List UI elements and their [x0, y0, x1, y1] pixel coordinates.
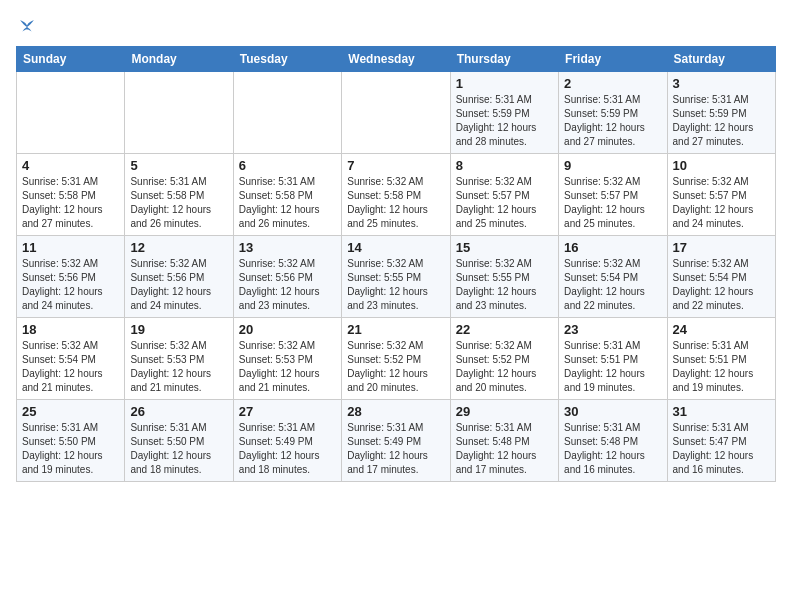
- day-number: 21: [347, 322, 444, 337]
- calendar-cell: 26Sunrise: 5:31 AM Sunset: 5:50 PM Dayli…: [125, 400, 233, 482]
- day-number: 11: [22, 240, 119, 255]
- day-detail: Sunrise: 5:31 AM Sunset: 5:59 PM Dayligh…: [456, 94, 537, 147]
- day-number: 23: [564, 322, 661, 337]
- day-number: 4: [22, 158, 119, 173]
- calendar-cell: 19Sunrise: 5:32 AM Sunset: 5:53 PM Dayli…: [125, 318, 233, 400]
- calendar-cell: [233, 72, 341, 154]
- calendar-week-row: 18Sunrise: 5:32 AM Sunset: 5:54 PM Dayli…: [17, 318, 776, 400]
- day-number: 14: [347, 240, 444, 255]
- day-number: 19: [130, 322, 227, 337]
- calendar-cell: 6Sunrise: 5:31 AM Sunset: 5:58 PM Daylig…: [233, 154, 341, 236]
- day-number: 20: [239, 322, 336, 337]
- logo: [16, 20, 36, 38]
- day-number: 27: [239, 404, 336, 419]
- day-number: 25: [22, 404, 119, 419]
- calendar-table: SundayMondayTuesdayWednesdayThursdayFrid…: [16, 46, 776, 482]
- day-detail: Sunrise: 5:32 AM Sunset: 5:55 PM Dayligh…: [456, 258, 537, 311]
- day-number: 15: [456, 240, 553, 255]
- calendar-cell: [125, 72, 233, 154]
- calendar-cell: 17Sunrise: 5:32 AM Sunset: 5:54 PM Dayli…: [667, 236, 775, 318]
- weekday-header-wednesday: Wednesday: [342, 47, 450, 72]
- day-detail: Sunrise: 5:32 AM Sunset: 5:52 PM Dayligh…: [347, 340, 428, 393]
- weekday-header-row: SundayMondayTuesdayWednesdayThursdayFrid…: [17, 47, 776, 72]
- calendar-cell: 13Sunrise: 5:32 AM Sunset: 5:56 PM Dayli…: [233, 236, 341, 318]
- calendar-cell: 16Sunrise: 5:32 AM Sunset: 5:54 PM Dayli…: [559, 236, 667, 318]
- calendar-cell: 31Sunrise: 5:31 AM Sunset: 5:47 PM Dayli…: [667, 400, 775, 482]
- day-detail: Sunrise: 5:32 AM Sunset: 5:53 PM Dayligh…: [130, 340, 211, 393]
- day-number: 22: [456, 322, 553, 337]
- day-detail: Sunrise: 5:32 AM Sunset: 5:58 PM Dayligh…: [347, 176, 428, 229]
- calendar-cell: [342, 72, 450, 154]
- day-detail: Sunrise: 5:31 AM Sunset: 5:59 PM Dayligh…: [673, 94, 754, 147]
- day-number: 16: [564, 240, 661, 255]
- day-detail: Sunrise: 5:32 AM Sunset: 5:54 PM Dayligh…: [22, 340, 103, 393]
- day-number: 17: [673, 240, 770, 255]
- weekday-header-sunday: Sunday: [17, 47, 125, 72]
- calendar-cell: 20Sunrise: 5:32 AM Sunset: 5:53 PM Dayli…: [233, 318, 341, 400]
- day-detail: Sunrise: 5:32 AM Sunset: 5:57 PM Dayligh…: [564, 176, 645, 229]
- day-number: 12: [130, 240, 227, 255]
- calendar-week-row: 11Sunrise: 5:32 AM Sunset: 5:56 PM Dayli…: [17, 236, 776, 318]
- calendar-cell: 5Sunrise: 5:31 AM Sunset: 5:58 PM Daylig…: [125, 154, 233, 236]
- calendar-cell: 23Sunrise: 5:31 AM Sunset: 5:51 PM Dayli…: [559, 318, 667, 400]
- calendar-cell: 2Sunrise: 5:31 AM Sunset: 5:59 PM Daylig…: [559, 72, 667, 154]
- day-number: 28: [347, 404, 444, 419]
- calendar-cell: 27Sunrise: 5:31 AM Sunset: 5:49 PM Dayli…: [233, 400, 341, 482]
- calendar-cell: 12Sunrise: 5:32 AM Sunset: 5:56 PM Dayli…: [125, 236, 233, 318]
- day-number: 18: [22, 322, 119, 337]
- day-number: 7: [347, 158, 444, 173]
- day-number: 30: [564, 404, 661, 419]
- day-detail: Sunrise: 5:31 AM Sunset: 5:48 PM Dayligh…: [456, 422, 537, 475]
- calendar-cell: 15Sunrise: 5:32 AM Sunset: 5:55 PM Dayli…: [450, 236, 558, 318]
- day-detail: Sunrise: 5:31 AM Sunset: 5:49 PM Dayligh…: [239, 422, 320, 475]
- day-detail: Sunrise: 5:32 AM Sunset: 5:54 PM Dayligh…: [564, 258, 645, 311]
- day-detail: Sunrise: 5:31 AM Sunset: 5:58 PM Dayligh…: [130, 176, 211, 229]
- day-detail: Sunrise: 5:32 AM Sunset: 5:55 PM Dayligh…: [347, 258, 428, 311]
- day-detail: Sunrise: 5:32 AM Sunset: 5:56 PM Dayligh…: [22, 258, 103, 311]
- day-number: 1: [456, 76, 553, 91]
- calendar-week-row: 1Sunrise: 5:31 AM Sunset: 5:59 PM Daylig…: [17, 72, 776, 154]
- calendar-cell: 14Sunrise: 5:32 AM Sunset: 5:55 PM Dayli…: [342, 236, 450, 318]
- day-detail: Sunrise: 5:31 AM Sunset: 5:50 PM Dayligh…: [130, 422, 211, 475]
- day-number: 31: [673, 404, 770, 419]
- calendar-cell: 10Sunrise: 5:32 AM Sunset: 5:57 PM Dayli…: [667, 154, 775, 236]
- weekday-header-monday: Monday: [125, 47, 233, 72]
- day-detail: Sunrise: 5:32 AM Sunset: 5:57 PM Dayligh…: [456, 176, 537, 229]
- day-number: 8: [456, 158, 553, 173]
- day-number: 24: [673, 322, 770, 337]
- day-detail: Sunrise: 5:32 AM Sunset: 5:56 PM Dayligh…: [239, 258, 320, 311]
- weekday-header-thursday: Thursday: [450, 47, 558, 72]
- day-detail: Sunrise: 5:32 AM Sunset: 5:54 PM Dayligh…: [673, 258, 754, 311]
- header: [16, 16, 776, 38]
- calendar-week-row: 4Sunrise: 5:31 AM Sunset: 5:58 PM Daylig…: [17, 154, 776, 236]
- calendar-cell: 9Sunrise: 5:32 AM Sunset: 5:57 PM Daylig…: [559, 154, 667, 236]
- calendar-cell: 29Sunrise: 5:31 AM Sunset: 5:48 PM Dayli…: [450, 400, 558, 482]
- day-detail: Sunrise: 5:32 AM Sunset: 5:52 PM Dayligh…: [456, 340, 537, 393]
- day-number: 5: [130, 158, 227, 173]
- calendar-cell: 7Sunrise: 5:32 AM Sunset: 5:58 PM Daylig…: [342, 154, 450, 236]
- day-number: 29: [456, 404, 553, 419]
- weekday-header-friday: Friday: [559, 47, 667, 72]
- calendar-cell: 21Sunrise: 5:32 AM Sunset: 5:52 PM Dayli…: [342, 318, 450, 400]
- calendar-cell: 25Sunrise: 5:31 AM Sunset: 5:50 PM Dayli…: [17, 400, 125, 482]
- day-detail: Sunrise: 5:31 AM Sunset: 5:50 PM Dayligh…: [22, 422, 103, 475]
- day-detail: Sunrise: 5:31 AM Sunset: 5:49 PM Dayligh…: [347, 422, 428, 475]
- day-number: 9: [564, 158, 661, 173]
- day-number: 6: [239, 158, 336, 173]
- weekday-header-tuesday: Tuesday: [233, 47, 341, 72]
- weekday-header-saturday: Saturday: [667, 47, 775, 72]
- calendar-cell: 24Sunrise: 5:31 AM Sunset: 5:51 PM Dayli…: [667, 318, 775, 400]
- calendar-cell: 28Sunrise: 5:31 AM Sunset: 5:49 PM Dayli…: [342, 400, 450, 482]
- calendar-cell: 18Sunrise: 5:32 AM Sunset: 5:54 PM Dayli…: [17, 318, 125, 400]
- day-detail: Sunrise: 5:32 AM Sunset: 5:57 PM Dayligh…: [673, 176, 754, 229]
- day-detail: Sunrise: 5:31 AM Sunset: 5:51 PM Dayligh…: [564, 340, 645, 393]
- calendar-cell: 8Sunrise: 5:32 AM Sunset: 5:57 PM Daylig…: [450, 154, 558, 236]
- day-number: 13: [239, 240, 336, 255]
- calendar-cell: 30Sunrise: 5:31 AM Sunset: 5:48 PM Dayli…: [559, 400, 667, 482]
- day-number: 3: [673, 76, 770, 91]
- day-detail: Sunrise: 5:31 AM Sunset: 5:59 PM Dayligh…: [564, 94, 645, 147]
- day-number: 10: [673, 158, 770, 173]
- calendar-cell: 4Sunrise: 5:31 AM Sunset: 5:58 PM Daylig…: [17, 154, 125, 236]
- day-detail: Sunrise: 5:31 AM Sunset: 5:48 PM Dayligh…: [564, 422, 645, 475]
- day-detail: Sunrise: 5:31 AM Sunset: 5:47 PM Dayligh…: [673, 422, 754, 475]
